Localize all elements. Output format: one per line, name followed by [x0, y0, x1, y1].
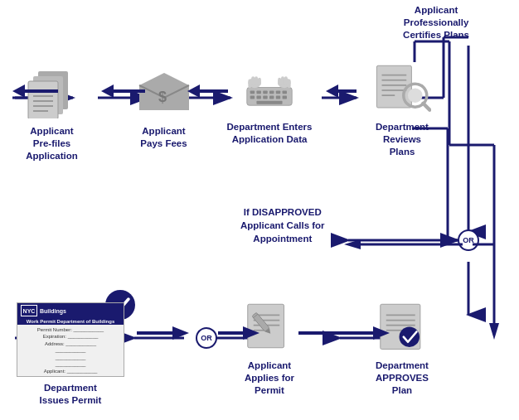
- svg-rect-25: [28, 81, 58, 118]
- svg-rect-50: [258, 77, 261, 84]
- svg-rect-47: [248, 79, 251, 88]
- svg-marker-86: [326, 84, 357, 98]
- svg-marker-96: [137, 326, 189, 340]
- svg-line-64: [423, 103, 429, 109]
- step-issues-permit-label: DepartmentIssues Permit: [40, 382, 102, 407]
- step-enters-data-icon: [236, 58, 303, 116]
- step-enters-data-label: Department EntersApplication Data: [227, 121, 313, 146]
- svg-marker-93: [344, 239, 361, 249]
- step-reviews-plans-icon: [369, 58, 435, 116]
- svg-point-79: [400, 326, 420, 347]
- svg-rect-41: [263, 95, 267, 99]
- disapproved-annotation: If DISAPPROVED Applicant Calls for Appoi…: [240, 205, 325, 245]
- step-prefile: ApplicantPre-filesApplication: [12, 62, 91, 162]
- step-pays-fees-label: ApplicantPays Fees: [140, 125, 187, 150]
- step-reviews-plans-label: DepartmentReviewsPlans: [376, 121, 429, 158]
- svg-rect-38: [283, 90, 287, 94]
- step-applies-permit-label: ApplicantApplies forPermit: [245, 360, 294, 397]
- step-approves-plan-icon: [369, 297, 435, 355]
- svg-rect-48: [251, 76, 255, 85]
- svg-rect-35: [263, 90, 267, 94]
- or-badge-1: OR: [458, 229, 479, 251]
- svg-marker-90: [489, 323, 499, 340]
- step-approves-plan: DepartmentAPPROVESPlan: [357, 297, 448, 397]
- svg-rect-33: [250, 90, 255, 94]
- svg-rect-43: [276, 95, 280, 99]
- step-pays-fees-icon: $: [131, 62, 197, 120]
- step-prefile-icon: [19, 62, 85, 120]
- svg-rect-34: [256, 90, 260, 94]
- svg-rect-53: [281, 76, 284, 85]
- svg-rect-52: [278, 77, 281, 84]
- svg-point-63: [408, 88, 423, 103]
- step-applies-permit: ApplicantApplies forPermit: [224, 297, 315, 397]
- step-approves-plan-label: DepartmentAPPROVESPlan: [376, 360, 429, 397]
- svg-rect-36: [269, 90, 274, 94]
- svg-rect-37: [276, 90, 280, 94]
- svg-rect-39: [250, 95, 255, 99]
- process-diagram: Applicant Professionally Certifies Plans: [0, 0, 519, 420]
- step-reviews-plans: DepartmentReviewsPlans: [357, 58, 448, 158]
- svg-rect-42: [269, 95, 274, 99]
- step-enters-data: Department EntersApplication Data: [220, 58, 319, 146]
- svg-rect-40: [256, 95, 260, 99]
- svg-rect-44: [283, 95, 287, 99]
- svg-rect-55: [288, 79, 291, 88]
- step-issues-permit: NYC Buildings Work Permit Department of …: [8, 302, 133, 407]
- or-badge-2: OR: [196, 327, 217, 349]
- svg-text:$: $: [158, 89, 167, 105]
- permit-card: NYC Buildings Work Permit Department of …: [17, 302, 124, 377]
- step-applies-permit-icon: [236, 297, 303, 355]
- svg-rect-54: [284, 76, 288, 85]
- svg-rect-45: [256, 100, 282, 104]
- top-label: Applicant Professionally Certifies Plans: [403, 4, 469, 41]
- step-pays-fees: $ ApplicantPays Fees: [129, 62, 199, 150]
- step-prefile-label: ApplicantPre-filesApplication: [26, 125, 78, 162]
- svg-rect-49: [255, 76, 258, 85]
